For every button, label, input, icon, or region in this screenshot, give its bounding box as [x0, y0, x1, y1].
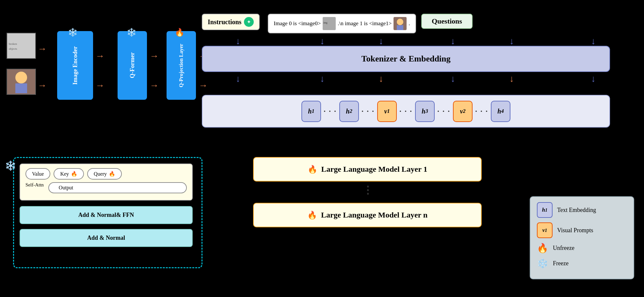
down-arr-tok2: ↓ — [320, 74, 325, 84]
svg-text:img: img — [323, 21, 327, 24]
legend-unfreeze: 🔥 Unfreeze — [537, 243, 627, 253]
token-h1: h1 — [301, 101, 321, 122]
questions-label: Questions — [432, 17, 462, 25]
svg-point-9 — [397, 19, 403, 25]
arrow-enc-qf2: → — [95, 80, 105, 91]
down-arrow-5: ↓ — [509, 36, 514, 46]
tokenizer-box: Tokenizer & Embedding — [202, 46, 610, 72]
token-h2: h2 — [339, 101, 359, 122]
dots-4: · · · — [437, 107, 450, 116]
add-normal-label: Add & Normal — [87, 235, 125, 241]
dots-5: · · · — [475, 107, 488, 116]
value-button: Value — [25, 168, 50, 180]
image-encoder-label: Image Encoder — [72, 46, 79, 84]
diagram-container: broken objects → → Image Encoder ❄️ → → … — [0, 0, 644, 297]
arrow-img1-encoder: → — [38, 44, 47, 54]
legend-visual-prompt: v1 Visual Prompts — [537, 222, 627, 238]
image-top: broken objects — [7, 33, 36, 59]
fire-icon-llmn: 🔥 — [307, 211, 317, 220]
projection-layer-box: Q-Projection Layer — [167, 31, 196, 100]
down-arrow-2: ↓ — [320, 36, 325, 46]
arrow-img2-encoder: → — [38, 80, 47, 91]
llm-layer1-label: Large Language Model Layer 1 — [321, 165, 427, 174]
arrow-qf-proj2: → — [150, 80, 159, 91]
down-arr-tok1: ↓ — [236, 74, 240, 84]
dots-3: · · · — [399, 107, 412, 116]
dots-1: · · · — [324, 107, 337, 116]
add-normal-block: Add & Normal — [20, 229, 193, 247]
legend-text-embed-label: Text Embedding — [557, 207, 596, 214]
legend-visual-prompt-label: Visual Prompts — [557, 227, 593, 234]
legend-h-token: h1 — [537, 202, 553, 218]
arrow-enc-qf1: → — [95, 51, 105, 61]
attn-top-row: Value Key 🔥 Query 🔥 — [25, 168, 187, 180]
dots-2: · · · — [362, 107, 375, 116]
svg-text:objects: objects — [9, 47, 17, 50]
svg-rect-10 — [397, 25, 403, 30]
gpt-icon: ✦ — [244, 17, 254, 27]
down-arr-tok4: ↓ — [451, 74, 455, 84]
llm-layer-1: 🔥 Large Language Model Layer 1 — [253, 157, 482, 182]
down-arrow-4: ↓ — [451, 36, 455, 46]
instructions-label: Instructions — [208, 18, 241, 26]
tokenizer-label: Tokenizer & Embedding — [361, 54, 450, 64]
fire-icon-legend: 🔥 — [537, 243, 548, 253]
down-arrow-1: ↓ — [236, 36, 240, 46]
ffn-block: Add & Normal& FFN — [20, 206, 193, 224]
legend-unfreeze-label: Unfreeze — [553, 245, 574, 252]
freeze-icon-encoder: ❄️ — [68, 28, 78, 37]
attn-bottom-row: Self-Attn Output — [25, 182, 187, 193]
legend-freeze: ❄️ Freeze — [537, 258, 627, 269]
token-h4: h4 — [491, 101, 510, 122]
token-v2: v2 — [453, 101, 473, 122]
down-arrow-3: ↓ — [379, 36, 383, 46]
token-sequence: h1 · · · h2 · · · v1 · · · h3 · · · v2 ·… — [202, 95, 610, 128]
output-button: Output — [48, 182, 187, 193]
key-button: Key 🔥 — [54, 168, 84, 180]
legend-box: h1 Text Embedding v1 Visual Prompts 🔥 Un… — [530, 196, 634, 279]
image-text: Image 0 is <image0> — [274, 20, 321, 27]
img-thumb2 — [394, 17, 407, 30]
img-thumb1: img — [323, 17, 336, 30]
llm-layern-label: Large Language Model Layer n — [321, 211, 427, 219]
svg-rect-5 — [15, 83, 27, 93]
legend-v-token: v1 — [537, 222, 553, 238]
image-text-box: Image 0 is <image0> img .\n image 1 is <… — [268, 14, 416, 33]
attention-block: Value Key 🔥 Query 🔥 Self-Attn Output — [20, 164, 193, 201]
svg-text:broken: broken — [9, 42, 17, 45]
svg-point-4 — [15, 72, 27, 83]
freeze-icon-legend: ❄️ — [537, 258, 548, 269]
vdots-llm: ⋮ — [362, 184, 373, 196]
legend-freeze-label: Freeze — [553, 260, 569, 267]
arrow-proj-tok2: → — [199, 80, 208, 91]
token-v1: v1 — [377, 101, 397, 122]
down-arr-tok5-orange: ↓ — [509, 74, 514, 84]
qformer-box: Q-Former — [118, 31, 147, 100]
freeze-icon-qformer: ❄️ — [127, 28, 137, 37]
token-h3: h3 — [415, 101, 435, 122]
arrow-qf-proj1: → — [150, 51, 159, 61]
image-encoder-box: Image Encoder — [57, 31, 93, 100]
down-arrow-6: ↓ — [591, 36, 596, 46]
fire-icon-llm1: 🔥 — [308, 165, 317, 174]
fire-icon-proj: 🔥 — [175, 28, 185, 37]
image-bottom — [7, 69, 36, 95]
svg-rect-0 — [7, 33, 35, 58]
query-button: Query 🔥 — [87, 168, 122, 180]
down-arr-tok3-orange: ↓ — [379, 74, 383, 84]
down-arr-tok6: ↓ — [591, 74, 596, 84]
projection-label: Q-Projection Layer — [178, 44, 184, 87]
self-attn-label: Self-Attn — [25, 182, 44, 193]
instructions-box: Instructions ✦ — [202, 14, 260, 30]
qformer-label: Q-Former — [129, 53, 136, 79]
llm-layer-n: 🔥 Large Language Model Layer n — [253, 203, 482, 227]
freeze-icon-transformer: ❄️ — [5, 160, 16, 171]
ffn-label: Add & Normal& FFN — [78, 212, 134, 218]
language-response: Language Response — [202, 281, 284, 292]
questions-box: Questions — [421, 14, 473, 29]
legend-text-embed: h1 Text Embedding — [537, 202, 627, 218]
